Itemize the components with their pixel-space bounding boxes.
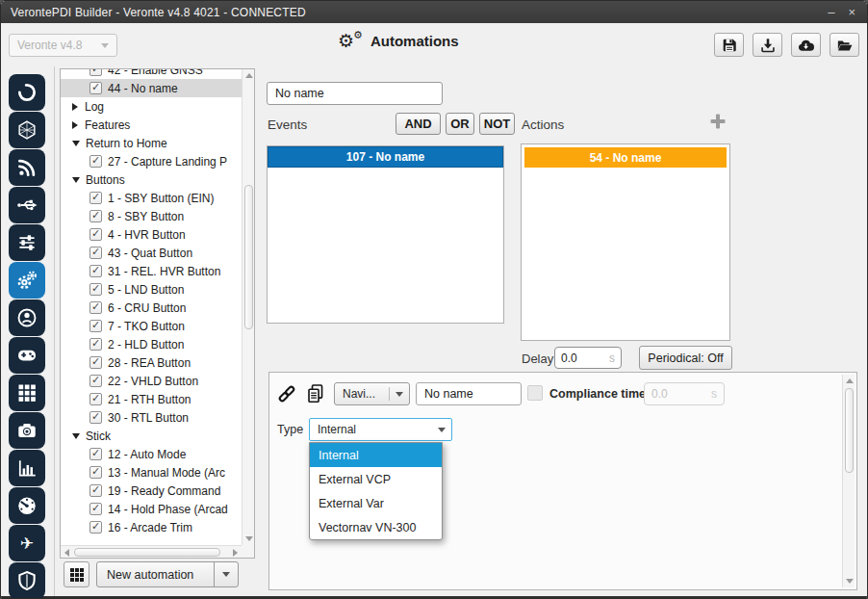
tree-item-27-capture-landing-p[interactable]: 27 - Capture Landing P [61, 152, 242, 170]
tree-item-22-vhld-button[interactable]: 22 - VHLD Button [61, 372, 242, 390]
checkbox[interactable] [89, 265, 102, 277]
type-option-vectornav-vn-300[interactable]: Vectornav VN-300 [310, 515, 442, 539]
not-operator-button[interactable]: NOT [479, 113, 515, 135]
scrollbar-thumb[interactable] [244, 185, 253, 329]
sidebar-item-flight[interactable]: ✈ [9, 525, 45, 561]
checkbox[interactable] [89, 320, 102, 332]
checkbox[interactable] [89, 228, 102, 241]
checkbox[interactable] [89, 356, 102, 369]
scroll-down-icon[interactable] [245, 536, 253, 541]
type-option-internal[interactable]: Internal [310, 443, 442, 467]
action-category-select[interactable]: Navi... [334, 382, 410, 405]
checkbox[interactable] [89, 301, 102, 314]
sidebar-item-telemetry[interactable] [9, 149, 45, 186]
open-file-button[interactable] [830, 33, 859, 57]
sidebar-item-matrix[interactable] [9, 375, 45, 411]
tree-item-12-auto-mode[interactable]: 12 - Auto Mode [61, 445, 242, 463]
panel-vertical-scrollbar[interactable] [842, 375, 855, 587]
download-button[interactable] [753, 33, 782, 57]
checkbox[interactable] [89, 466, 102, 479]
type-option-external-vcp[interactable]: External VCP [310, 467, 442, 491]
type-option-external-var[interactable]: External Var [310, 491, 442, 515]
tree-item-31-rel-hvr-button[interactable]: 31 - REL. HVR Button [61, 262, 242, 280]
sidebar-item-stick[interactable] [9, 337, 45, 374]
event-item[interactable]: 107 - No name [268, 146, 503, 168]
collapse-icon[interactable] [72, 433, 80, 439]
checkbox[interactable] [89, 210, 102, 222]
tree-item-44-no-name[interactable]: 44 - No name [61, 79, 242, 97]
checkbox[interactable] [89, 155, 102, 168]
sidebar-item-mesh-sphere[interactable] [9, 112, 45, 148]
tree-item-28-rea-button[interactable]: 28 - REA Button [61, 353, 242, 372]
checkbox[interactable] [89, 411, 102, 424]
sidebar-item-power[interactable] [9, 74, 45, 111]
tree-vertical-scrollbar[interactable] [242, 69, 254, 545]
checkbox[interactable] [89, 484, 102, 497]
tree-item-2-hld-button[interactable]: 2 - HLD Button [61, 335, 242, 353]
sidebar-item-podcast[interactable] [9, 300, 45, 336]
tree-item-6-cru-button[interactable]: 6 - CRU Button [61, 299, 242, 317]
checkbox[interactable] [89, 521, 102, 534]
action-name-input[interactable]: No name [416, 382, 522, 405]
tree-group-buttons[interactable]: Buttons [61, 170, 242, 189]
or-operator-button[interactable]: OR [446, 113, 474, 135]
cloud-download-button[interactable] [791, 33, 821, 57]
scroll-up-icon[interactable] [245, 73, 253, 78]
tree-item-partial[interactable]: 42 - Enable GNSS [61, 68, 242, 79]
collapse-icon[interactable] [72, 141, 80, 146]
sidebar-item-settings[interactable] [9, 224, 45, 261]
expand-icon[interactable] [72, 121, 78, 129]
scroll-right-icon[interactable] [233, 549, 238, 557]
sidebar-item-safety[interactable] [9, 562, 45, 599]
sidebar-item-usb[interactable] [9, 187, 45, 223]
action-item[interactable]: 54 - No name [524, 147, 727, 168]
tree-horizontal-scrollbar[interactable] [61, 545, 242, 558]
tree-item-5-lnd-button[interactable]: 5 - LND Button [61, 280, 242, 299]
checkbox[interactable] [89, 68, 102, 76]
save-button[interactable] [714, 33, 744, 57]
link-button[interactable] [273, 380, 299, 406]
checkbox[interactable] [89, 247, 102, 259]
automation-matrix-button[interactable] [64, 561, 89, 587]
checkbox[interactable] [89, 283, 102, 296]
expand-icon[interactable] [72, 103, 78, 111]
tree-item-21-rth-button[interactable]: 21 - RTH Button [61, 390, 242, 408]
close-button[interactable]: × [848, 6, 855, 18]
scroll-left-icon[interactable] [64, 549, 69, 557]
compliance-time-checkbox[interactable] [527, 385, 543, 401]
tree-item-43-quat-button[interactable]: 43 - Quat Button [61, 244, 242, 262]
tree-group-return-to-home[interactable]: Return to Home [61, 134, 242, 152]
tree-item-30-rtl-button[interactable]: 30 - RTL Button [61, 408, 242, 427]
minimize-button[interactable]: – [828, 6, 834, 18]
checkbox[interactable] [89, 338, 102, 351]
new-automation-dropdown[interactable] [214, 562, 238, 586]
tree-item-4-hvr-button[interactable]: 4 - HVR Button [61, 225, 242, 244]
checkbox[interactable] [89, 503, 102, 515]
scroll-down-icon[interactable] [846, 579, 854, 584]
checkbox[interactable] [89, 192, 102, 204]
copy-button[interactable] [302, 380, 328, 406]
scroll-up-icon[interactable] [846, 378, 854, 383]
sidebar-item-gauge[interactable] [9, 487, 45, 524]
sidebar-item-automations[interactable] [9, 262, 45, 299]
device-selector[interactable]: Veronte v4.8 [9, 34, 117, 57]
checkbox[interactable] [89, 448, 102, 460]
scrollbar-thumb[interactable] [845, 388, 854, 473]
tree-item-13-manual-mode-arc[interactable]: 13 - Manual Mode (Arc [61, 463, 242, 482]
tree-group-log[interactable]: Log [61, 97, 242, 116]
tree-item-8-sby-button[interactable]: 8 - SBY Button [61, 207, 242, 225]
tree-item-1-sby-button-ein[interactable]: 1 - SBY Button (EIN) [61, 189, 242, 207]
scrollbar-thumb[interactable] [74, 548, 220, 557]
automation-name-input[interactable]: No name [267, 82, 443, 105]
type-select[interactable]: Internal [309, 418, 452, 441]
collapse-icon[interactable] [72, 177, 80, 183]
and-operator-button[interactable]: AND [396, 113, 441, 135]
new-automation-button[interactable]: New automation [96, 561, 239, 587]
tree-item-19-ready-command[interactable]: 19 - Ready Command [61, 482, 242, 500]
tree-item-14-hold-phase-arcad[interactable]: 14 - Hold Phase (Arcad [61, 500, 242, 518]
add-action-button[interactable] [707, 111, 728, 132]
tree-item-7-tko-button[interactable]: 7 - TKO Button [61, 317, 242, 335]
checkbox[interactable] [89, 375, 102, 387]
periodical-toggle-button[interactable]: Periodical: Off [639, 346, 732, 370]
checkbox[interactable] [89, 393, 102, 405]
